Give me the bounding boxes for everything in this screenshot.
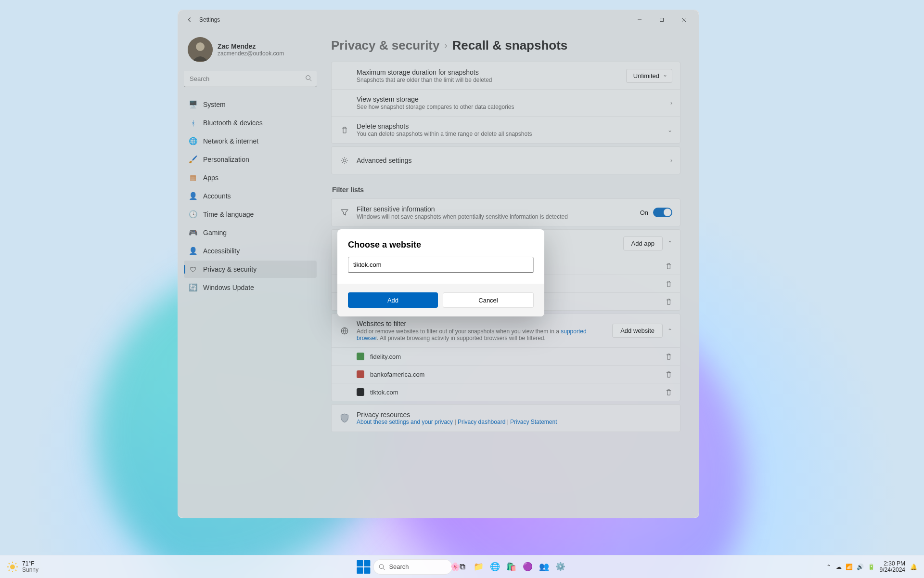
svg-line-22 — [9, 570, 10, 571]
svg-line-19 — [9, 563, 10, 564]
copilot-icon[interactable]: 🟣 — [521, 560, 535, 574]
explorer-icon[interactable]: 📁 — [472, 560, 486, 574]
dialog-title: Choose a website — [348, 240, 534, 250]
weather-widget[interactable]: 71°F Sunny — [0, 561, 38, 573]
tray-overflow-icon[interactable]: ⌃ — [826, 564, 831, 570]
svg-point-14 — [10, 565, 15, 569]
volume-icon[interactable]: 🔊 — [857, 564, 864, 570]
notifications-icon[interactable]: 🔔 — [910, 564, 917, 570]
weather-temp: 71°F — [22, 561, 38, 567]
system-tray[interactable]: ☁ 📶 🔊 🔋 — [836, 564, 875, 570]
taskbar-search-label: Search — [389, 563, 409, 570]
taskbar: 71°F Sunny Search 🌸 ⧉ 📁 🌐 🛍️ 🟣 👥 ⚙️ ⌃ ☁ … — [0, 555, 924, 578]
clock-date: 9/24/2024 — [880, 567, 905, 573]
svg-line-21 — [15, 563, 16, 564]
onedrive-icon[interactable]: ☁ — [836, 564, 842, 570]
search-icon — [378, 564, 385, 570]
dialog-cancel-button[interactable]: Cancel — [443, 292, 534, 308]
svg-point-23 — [379, 564, 384, 568]
settings-taskbar-icon[interactable]: ⚙️ — [554, 560, 567, 574]
edge-icon[interactable]: 🌐 — [488, 560, 502, 574]
clock-time: 2:30 PM — [880, 561, 905, 567]
taskbar-search[interactable]: Search 🌸 — [373, 559, 452, 575]
dialog-add-button[interactable]: Add — [348, 292, 438, 308]
clock[interactable]: 2:30 PM 9/24/2024 — [880, 561, 905, 573]
website-url-input[interactable] — [348, 257, 534, 273]
weather-cond: Sunny — [22, 567, 38, 573]
store-icon[interactable]: 🛍️ — [505, 560, 518, 574]
choose-website-dialog: Choose a website Add Cancel — [337, 229, 544, 316]
start-button[interactable] — [357, 560, 370, 574]
teams-icon[interactable]: 👥 — [538, 560, 551, 574]
svg-line-20 — [15, 570, 16, 571]
wifi-icon[interactable]: 📶 — [846, 564, 853, 570]
sun-icon — [7, 561, 18, 573]
battery-icon[interactable]: 🔋 — [868, 564, 875, 570]
svg-line-24 — [383, 568, 385, 570]
settings-window: Settings Zac Mendez zacmendez@outlook.co… — [178, 10, 699, 518]
